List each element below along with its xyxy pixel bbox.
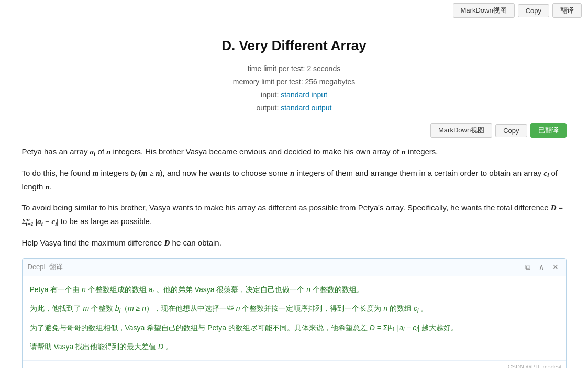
trans-para-1: Petya 有一个由 n 个整数组成的数组 ai 。他的弟弟 Vasya 很羡慕… <box>30 283 559 297</box>
math-bi: bi <box>131 169 137 177</box>
time-limit: time limit per test: 2 seconds <box>22 62 567 75</box>
translation-header: DeepL 翻译 ⧉ ∧ ✕ <box>23 259 566 276</box>
output-value: standard output <box>281 104 331 112</box>
problem-title: D. Very Different Array <box>22 35 567 57</box>
math-D-formula: D = Σni=1 |ai − ci| <box>22 204 563 226</box>
paragraph-4: Help Vasya find the maximum difference D… <box>22 236 567 250</box>
problem-meta: time limit per test: 2 seconds memory li… <box>22 62 567 115</box>
secondary-markdown-button[interactable]: MarkDown视图 <box>430 123 492 138</box>
input-type: input: standard input <box>22 88 567 102</box>
math-n-1: n <box>106 148 110 156</box>
translation-icons: ⧉ ∧ ✕ <box>523 262 561 272</box>
paragraph-2: To do this, he found m integers bi (m ≥ … <box>22 166 567 194</box>
math-n-3: n <box>290 169 294 177</box>
copy-icon-btn[interactable]: ⧉ <box>523 262 532 272</box>
topbar-markdown-button[interactable]: MarkDown视图 <box>453 3 515 18</box>
math-ci: ci <box>543 169 549 177</box>
translated-button[interactable]: 已翻译 <box>530 123 567 138</box>
math-n-2: n <box>401 148 405 156</box>
paragraph-3: To avoid being similar to his brother, V… <box>22 201 567 229</box>
math-mgeqn: m ≥ n <box>141 169 160 177</box>
memory-limit: memory limit per test: 256 megabytes <box>22 75 567 88</box>
math-m: m <box>93 169 99 177</box>
trans-para-4: 请帮助 Vasya 找出他能得到的最大差值 D 。 <box>30 340 559 354</box>
trans-para-2: 为此，他找到了 m 个整数 bi（m ≥ n），现在他想从中选择一些 n 个整数… <box>30 302 559 316</box>
output-type: output: standard output <box>22 102 567 115</box>
topbar-copy-button[interactable]: Copy <box>518 4 549 17</box>
main-content: D. Very Different Array time limit per t… <box>6 21 582 368</box>
topbar-translate-button[interactable]: 翻译 <box>552 3 582 18</box>
problem-body: Petya has an array ai of n integers. His… <box>22 145 567 250</box>
math-ai: ai <box>90 148 96 156</box>
collapse-icon-btn[interactable]: ∧ <box>537 262 546 272</box>
translation-title: DeepL 翻译 <box>28 262 63 273</box>
paragraph-1: Petya has an array ai of n integers. His… <box>22 145 567 159</box>
trans-para-3: 为了避免与哥哥的数组相似，Vasya 希望自己的数组与 Petya 的数组尽可能… <box>30 321 559 335</box>
translation-body: Petya 有一个由 n 个整数组成的数组 ai 。他的弟弟 Vasya 很羡慕… <box>23 276 566 360</box>
top-toolbar: MarkDown视图 Copy 翻译 <box>0 0 588 21</box>
secondary-toolbar: MarkDown视图 Copy 已翻译 <box>22 123 567 138</box>
translation-box: DeepL 翻译 ⧉ ∧ ✕ Petya 有一个由 n 个整数组成的数组 ai … <box>22 258 567 368</box>
input-value: standard input <box>281 91 327 99</box>
close-icon-btn[interactable]: ✕ <box>550 262 561 272</box>
math-n-4: n <box>46 183 50 191</box>
secondary-copy-button[interactable]: Copy <box>495 124 527 137</box>
math-D: D <box>164 239 170 247</box>
footer-note: CSDN @PH_modest <box>23 360 566 368</box>
